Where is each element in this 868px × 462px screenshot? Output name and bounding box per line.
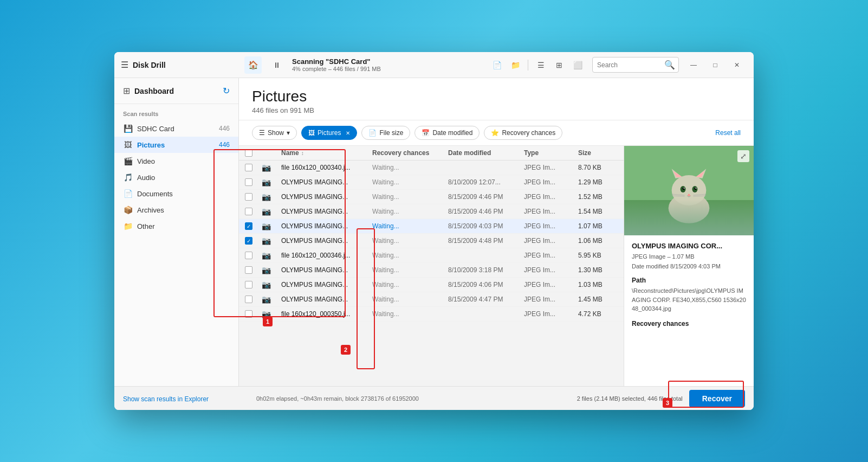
show-filter-btn[interactable]: ☰ Show ▾ — [252, 126, 297, 140]
folder-icon-btn[interactable]: 📁 — [507, 57, 523, 73]
maximize-button[interactable]: □ — [705, 56, 726, 74]
sidebar-item-documents[interactable]: 📄 Documents — [114, 185, 238, 202]
pause-button[interactable]: ⏸ — [268, 56, 286, 74]
row-checkbox[interactable] — [245, 164, 252, 171]
row-checkbox[interactable] — [245, 281, 252, 288]
table-row[interactable]: 📷 OLYMPUS IMAGING... Waiting... 8/15/200… — [239, 292, 624, 307]
sidebar-item-pictures[interactable]: 🖼 Pictures 446 — [114, 137, 238, 153]
table-row[interactable]: 📷 OLYMPUS IMAGING... Waiting... 8/15/200… — [239, 278, 624, 292]
table-row[interactable]: ✓ 📷 OLYMPUS IMAGING... Waiting... 8/15/2… — [239, 234, 624, 248]
file-type-icon: 📷 — [262, 266, 271, 274]
row-checkbox[interactable]: ✓ — [245, 222, 252, 230]
recovery-status: Waiting... — [372, 296, 399, 303]
size-value: 1.30 MB — [578, 266, 603, 274]
row-checkbox[interactable] — [245, 252, 252, 259]
row-checkbox[interactable] — [245, 296, 252, 303]
file-name: OLYMPUS IMAGING... — [281, 296, 348, 303]
reset-all-button[interactable]: Reset all — [715, 129, 741, 137]
row-size-cell: 1.30 MB — [575, 266, 624, 274]
sidebar-item-other[interactable]: 📁 Other — [114, 218, 238, 234]
row-size-cell: 1.03 MB — [575, 281, 624, 288]
file-type-icon: 📷 — [262, 193, 271, 201]
row-size-cell: 1.52 MB — [575, 193, 624, 201]
dashboard-label: Dashboard — [134, 87, 174, 95]
size-value: 1.29 MB — [578, 178, 603, 186]
expand-icon[interactable]: ⤢ — [737, 150, 749, 162]
row-checkbox[interactable]: ✓ — [245, 237, 252, 245]
sidebar-item-archives[interactable]: 📦 Archives — [114, 202, 238, 218]
row-checkbox-cell[interactable] — [239, 281, 258, 288]
table-row[interactable]: 📷 OLYMPUS IMAGING... Waiting... 8/10/200… — [239, 263, 624, 278]
grid-view-btn[interactable]: ⊞ — [551, 57, 567, 73]
pictures-filter-close[interactable]: ✕ — [346, 130, 350, 136]
row-size-cell: 1.29 MB — [575, 178, 624, 186]
table-row[interactable]: 📷 file 160x120_000346.j... Waiting... JP… — [239, 248, 624, 263]
row-checkbox-cell[interactable] — [239, 193, 258, 201]
th-recovery[interactable]: Recovery chances — [369, 149, 445, 157]
page-header: Pictures 446 files on 991 MB — [239, 78, 754, 120]
row-date-cell: 8/15/2009 4:46 PM — [445, 193, 521, 201]
row-checkbox-cell[interactable]: ✓ — [239, 237, 258, 245]
row-name-cell: OLYMPUS IMAGING... — [278, 281, 369, 288]
row-checkbox-cell[interactable]: ✓ — [239, 222, 258, 230]
show-explorer-button[interactable]: Show scan results in Explorer — [123, 395, 209, 403]
sidebar-item-audio[interactable]: 🎵 Audio — [114, 169, 238, 185]
close-button[interactable]: ✕ — [727, 56, 747, 74]
row-size-cell: 1.06 MB — [575, 237, 624, 245]
row-checkbox[interactable] — [245, 178, 252, 186]
row-checkbox[interactable] — [245, 310, 252, 318]
pictures-filter-btn[interactable]: 🖼 Pictures ✕ — [301, 126, 357, 140]
header-checkbox[interactable] — [245, 149, 252, 157]
recover-button[interactable]: Recover — [689, 390, 745, 407]
row-checkbox-cell[interactable] — [239, 252, 258, 259]
row-checkbox[interactable] — [245, 193, 252, 201]
row-checkbox[interactable] — [245, 208, 252, 215]
loading-spinner: ↻ — [223, 86, 230, 96]
list-view-btn[interactable]: ☰ — [533, 57, 549, 73]
row-checkbox-cell[interactable] — [239, 164, 258, 171]
size-value: 1.03 MB — [578, 281, 603, 288]
sidebar-item-video[interactable]: 🎬 Video — [114, 153, 238, 169]
row-checkbox-cell[interactable] — [239, 310, 258, 318]
preview-file-type: JPEG Image – 1.07 MB — [632, 252, 746, 262]
sidebar-item-sdhc[interactable]: 💾 SDHC Card 446 — [114, 120, 238, 137]
row-recovery-cell: Waiting... — [369, 193, 445, 201]
search-input[interactable] — [597, 61, 662, 69]
annotation-label-3: 3 — [663, 398, 672, 408]
table-row[interactable]: 📷 OLYMPUS IMAGING... Waiting... 8/15/200… — [239, 190, 624, 204]
th-type[interactable]: Type — [521, 149, 575, 157]
split-view-btn[interactable]: ⬜ — [569, 57, 586, 73]
table-row[interactable]: 📷 OLYMPUS IMAGING... Waiting... 8/15/200… — [239, 204, 624, 219]
file-size-filter-btn[interactable]: 📄 File size — [361, 126, 410, 140]
table-row[interactable]: 📷 OLYMPUS IMAGING... Waiting... 8/10/200… — [239, 175, 624, 190]
row-checkbox-cell[interactable] — [239, 266, 258, 274]
row-checkbox-cell[interactable] — [239, 296, 258, 303]
home-button[interactable]: 🏠 — [244, 56, 262, 74]
date-modified-filter-btn[interactable]: 📅 Date modified — [414, 126, 480, 140]
sidebar-header: ⊞ Dashboard ↻ — [114, 78, 238, 104]
file-type-icon: 📷 — [262, 178, 271, 187]
toolbar-icons: 📄 📁 ☰ ⊞ ⬜ — [489, 57, 586, 73]
th-date[interactable]: Date modified — [445, 149, 521, 157]
file-icon-btn[interactable]: 📄 — [489, 57, 505, 73]
hamburger-icon[interactable]: ☰ — [121, 60, 128, 70]
row-date-cell: 8/15/2009 4:46 PM — [445, 208, 521, 215]
row-checkbox[interactable] — [245, 266, 252, 274]
row-checkbox-cell[interactable] — [239, 178, 258, 186]
dashboard-button[interactable]: ⊞ Dashboard — [123, 86, 174, 96]
type-value: JPEG Im... — [524, 237, 555, 245]
th-size[interactable]: Size — [575, 149, 624, 157]
type-value: JPEG Im... — [524, 296, 555, 303]
row-checkbox-cell[interactable] — [239, 208, 258, 215]
preview-info: OLYMPUS IMAGING COR... JPEG Image – 1.07… — [624, 235, 754, 386]
table-row[interactable]: ✓ 📷 OLYMPUS IMAGING... Waiting... 8/15/2… — [239, 219, 624, 234]
table-row[interactable]: 📷 file 160x120_000340.j... Waiting... JP… — [239, 161, 624, 175]
table-row[interactable]: 📷 file 160x120_000350.j... Waiting... JP… — [239, 307, 624, 322]
recovery-chances-filter-btn[interactable]: ⭐ Recovery chances — [484, 126, 562, 140]
th-name[interactable]: Name ↕ — [278, 149, 369, 157]
row-name-cell: OLYMPUS IMAGING... — [278, 266, 369, 274]
minimize-button[interactable]: — — [683, 56, 704, 74]
size-value: 8.70 KB — [578, 164, 601, 171]
row-type-cell: JPEG Im... — [521, 178, 575, 186]
th-checkbox[interactable] — [239, 149, 258, 157]
